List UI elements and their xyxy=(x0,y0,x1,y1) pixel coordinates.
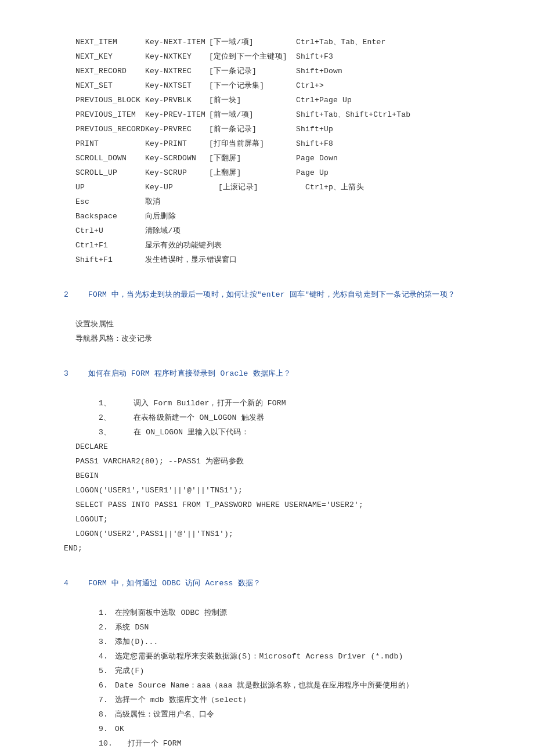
step-text: 选定您需要的驱动程序来安装数据源(S)：Microsoft Acress Dri… xyxy=(115,649,403,664)
col-name: Esc xyxy=(75,195,145,209)
col-key: Key-PREV-ITEM xyxy=(145,107,209,122)
code-line: LOGOUT; xyxy=(75,512,470,527)
key-table: NEXT_ITEMKey-NEXT-ITEM[下一域/项]Ctrl+Tab、Ta… xyxy=(64,35,470,267)
col-desc: [打印当前屏幕] xyxy=(209,136,296,151)
col-key: Key-NEXT-ITEM xyxy=(145,35,209,49)
list-item: 1.在控制面板中选取 ODBC 控制源 xyxy=(99,606,470,620)
code-line: DECLARE xyxy=(75,440,470,454)
col-key: Key-UP xyxy=(145,180,209,195)
step-text: 在 ON_LOGON 里输入以下代码： xyxy=(134,425,249,440)
list-item: 6.Date Source Name：aaa（aaa 就是数据源名称，也就是在应… xyxy=(99,678,470,693)
col-name: Ctrl+F1 xyxy=(75,238,145,253)
table-row: Ctrl+U清除域/项 xyxy=(75,224,470,238)
step-number: 2、 xyxy=(99,411,134,425)
col-desc: [上滚记录] xyxy=(209,180,296,195)
table-row: Esc取消 xyxy=(75,195,470,209)
col-name: Backspace xyxy=(75,209,145,224)
list-item: 2.系统 DSN xyxy=(99,620,470,635)
table-row: PREVIOUS_BLOCKKey-PRVBLK[前一块]Ctrl+Page U… xyxy=(75,93,470,107)
col-desc: 清除域/项 xyxy=(145,224,181,238)
section-2-line-1: 设置块属性 xyxy=(64,317,470,332)
col-key: Key-PRVREC xyxy=(145,122,209,136)
col-key: Key-PRINT xyxy=(145,136,209,151)
col-shortcut: Page Down xyxy=(296,151,470,165)
col-name: NEXT_RECORD xyxy=(75,64,145,78)
step-text: 添加(D)... xyxy=(115,635,158,649)
list-item: 10.打开一个 FORM xyxy=(99,736,470,751)
table-row: Ctrl+F1显示有效的功能键列表 xyxy=(75,238,470,253)
code-line: LOGON('USER1','USER1'||'@'||'TNS1'); xyxy=(75,483,470,498)
step-number: 1、 xyxy=(99,396,134,411)
step-text: 调入 Form Builder，打开一个新的 FORM xyxy=(134,396,286,411)
section-number: 4 xyxy=(64,578,88,589)
step-number: 6. xyxy=(99,678,115,693)
col-name: PRINT xyxy=(75,136,145,151)
code-end: END; xyxy=(64,541,470,556)
section-number: 3 xyxy=(64,368,88,380)
col-shortcut: Shift+Tab、Shift+Ctrl+Tab xyxy=(296,107,470,122)
col-desc: [上翻屏] xyxy=(209,165,296,180)
step-text: OK xyxy=(115,722,124,736)
step-text: 打开一个 FORM xyxy=(128,736,182,751)
col-desc: [下翻屏] xyxy=(209,151,296,165)
code-line: LOGON('USER2',PASS1||'@'||'TNS1'); xyxy=(75,527,470,541)
step-text: 选择一个 mdb 数据库文件（select） xyxy=(115,693,250,707)
section-3-heading: 3 如何在启动 FORM 程序时直接登录到 Oracle 数据库上？ xyxy=(64,368,470,380)
col-desc: [前一域/项] xyxy=(209,107,296,122)
col-key: Key-SCRUP xyxy=(145,165,209,180)
code-line: SELECT PASS INTO PASS1 FROM T_PASSWORD W… xyxy=(75,498,470,512)
col-name: UP xyxy=(75,180,145,195)
section-4-steps: 1.在控制面板中选取 ODBC 控制源2.系统 DSN3.添加(D)...4.选… xyxy=(64,606,470,751)
code-line: PASS1 VARCHAR2(80); --PASS1 为密码参数 xyxy=(75,454,470,469)
col-name: Ctrl+U xyxy=(75,224,145,238)
list-item: 7.选择一个 mdb 数据库文件（select） xyxy=(99,693,470,707)
section-3-steps: 1、调入 Form Builder，打开一个新的 FORM2、在表格级新建一个 … xyxy=(64,396,470,440)
table-row: PREVIOUS_ITEMKey-PREV-ITEM[前一域/项]Shift+T… xyxy=(75,107,470,122)
list-item: 4.选定您需要的驱动程序来安装数据源(S)：Microsoft Acress D… xyxy=(99,649,470,664)
list-item: 1、调入 Form Builder，打开一个新的 FORM xyxy=(99,396,470,411)
section-title: FORM 中，如何通过 ODBC 访问 Acress 数据？ xyxy=(88,578,470,589)
step-text: 在表格级新建一个 ON_LOGON 触发器 xyxy=(134,411,264,425)
table-row: PRINTKey-PRINT[打印当前屏幕]Shift+F8 xyxy=(75,136,470,151)
col-key: Key-NXTREC xyxy=(145,64,209,78)
col-name: NEXT_SET xyxy=(75,78,145,93)
section-number: 2 xyxy=(64,289,88,301)
table-row: NEXT_KEYKey-NXTKEY[定位到下一个主键项]Shift+F3 xyxy=(75,49,470,64)
step-text: 完成(F) xyxy=(115,664,144,678)
code-line: BEGIN xyxy=(75,469,470,483)
step-text: 高级属性：设置用户名、口令 xyxy=(115,707,215,722)
table-row: SCROLL_UPKey-SCRUP[上翻屏]Page Up xyxy=(75,165,470,180)
step-number: 3. xyxy=(99,635,115,649)
col-desc: 向后删除 xyxy=(145,209,176,224)
col-name: PREVIOUS_BLOCK xyxy=(75,93,145,107)
table-row: UPKey-UP [上滚记录] Ctrl+p、上箭头 xyxy=(75,180,470,195)
list-item: 5.完成(F) xyxy=(99,664,470,678)
section-2-heading: 2 FORM 中，当光标走到块的最后一项时，如何让按"enter 回车"键时，光… xyxy=(64,289,470,301)
list-item: 9.OK xyxy=(99,722,470,736)
col-name: SCROLL_DOWN xyxy=(75,151,145,165)
list-item: 3.添加(D)... xyxy=(99,635,470,649)
col-key: Key-SCRDOWN xyxy=(145,151,209,165)
col-shortcut: Shift+F3 xyxy=(296,49,470,64)
table-row: NEXT_ITEMKey-NEXT-ITEM[下一域/项]Ctrl+Tab、Ta… xyxy=(75,35,470,49)
col-shortcut: Ctrl+Page Up xyxy=(296,93,470,107)
col-name: NEXT_ITEM xyxy=(75,35,145,49)
col-desc: [下一域/项] xyxy=(209,35,296,49)
step-text: 在控制面板中选取 ODBC 控制源 xyxy=(115,606,227,620)
col-shortcut: Shift+Down xyxy=(296,64,470,78)
col-desc: 取消 xyxy=(145,195,160,209)
step-number: 8. xyxy=(99,707,115,722)
section-title: FORM 中，当光标走到块的最后一项时，如何让按"enter 回车"键时，光标自… xyxy=(88,289,470,301)
col-shortcut: Shift+Up xyxy=(296,122,470,136)
table-row: NEXT_SETKey-NXTSET[下一个记录集]Ctrl+> xyxy=(75,78,470,93)
col-shortcut: Ctrl+> xyxy=(296,78,470,93)
code-block: DECLAREPASS1 VARCHAR2(80); --PASS1 为密码参数… xyxy=(64,440,470,541)
table-row: PREVIOUS_RECORDKey-PRVREC[前一条记录]Shift+Up xyxy=(75,122,470,136)
step-number: 2. xyxy=(99,620,115,635)
col-desc: [下一个记录集] xyxy=(209,78,296,93)
section-4-heading: 4 FORM 中，如何通过 ODBC 访问 Acress 数据？ xyxy=(64,578,470,589)
col-name: PREVIOUS_RECORD xyxy=(75,122,145,136)
document-page: NEXT_ITEMKey-NEXT-ITEM[下一域/项]Ctrl+Tab、Ta… xyxy=(0,0,534,756)
col-key: Key-NXTSET xyxy=(145,78,209,93)
col-shortcut: Ctrl+Tab、Tab、Enter xyxy=(296,35,470,49)
